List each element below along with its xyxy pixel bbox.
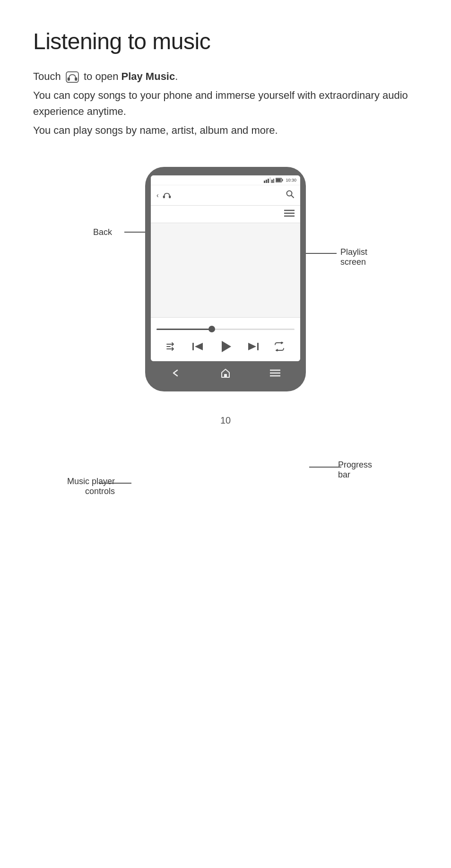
- svg-rect-12: [163, 196, 165, 199]
- svg-rect-0: [66, 72, 78, 82]
- svg-rect-25: [224, 374, 227, 377]
- progress-track: [156, 329, 295, 330]
- playlist-label: Playlist screen: [340, 247, 367, 267]
- to-open-text: to open: [84, 70, 118, 82]
- nav-back-icon: [171, 368, 181, 378]
- signal-icon: [264, 177, 274, 183]
- repeat-button[interactable]: [274, 342, 285, 351]
- page-number: 10: [33, 415, 418, 426]
- hamburger-icon: [284, 209, 295, 217]
- back-label: Back: [93, 227, 112, 237]
- svg-rect-1: [68, 78, 70, 81]
- next-button[interactable]: [248, 342, 259, 351]
- nav-bar: [151, 362, 300, 383]
- search-icon: [286, 190, 295, 199]
- svg-rect-11: [276, 179, 281, 182]
- album-art-area: [151, 223, 300, 318]
- svg-marker-24: [248, 343, 256, 350]
- player-buttons: [156, 339, 295, 354]
- period: .: [175, 70, 178, 82]
- time-display: 10:30: [286, 178, 296, 182]
- nav-back-button[interactable]: [171, 368, 181, 378]
- svg-rect-10: [282, 179, 283, 181]
- sub-toolbar[interactable]: [151, 206, 300, 223]
- nav-home-button[interactable]: [220, 368, 231, 378]
- battery-icon: [276, 178, 283, 182]
- controls-connector-line: [99, 483, 131, 484]
- svg-rect-4: [266, 180, 267, 183]
- repeat-icon: [274, 342, 285, 351]
- next-icon: [248, 342, 259, 351]
- description-line2: You can copy songs to your phone and imm…: [33, 87, 418, 120]
- page-title: Listening to music: [33, 28, 418, 54]
- phone-screen: 10:30 ‹: [151, 175, 300, 361]
- svg-rect-13: [169, 196, 171, 199]
- nav-menu-icon: [270, 369, 280, 377]
- svg-rect-6: [269, 177, 271, 183]
- headphone-icon: [66, 71, 79, 83]
- controls-area: [151, 318, 300, 361]
- svg-marker-21: [195, 343, 203, 350]
- status-icons: 10:30: [264, 177, 296, 183]
- phone-shell: 10:30 ‹: [145, 167, 306, 391]
- search-button[interactable]: [286, 190, 295, 200]
- app-name-text: Play Music: [121, 70, 175, 82]
- nav-home-icon: [220, 368, 231, 378]
- svg-rect-5: [268, 179, 269, 183]
- svg-rect-2: [75, 78, 77, 81]
- progress-thumb[interactable]: [208, 326, 215, 332]
- status-bar: 10:30: [151, 175, 300, 185]
- back-chevron[interactable]: ‹: [156, 191, 159, 199]
- progress-connector-line: [309, 467, 341, 468]
- playlist-connector-line: [304, 253, 337, 254]
- description-line1: Touch to open Play Music.: [33, 69, 418, 85]
- nav-menu-button[interactable]: [270, 369, 280, 377]
- app-headphone-icon: [162, 191, 172, 200]
- play-icon: [218, 339, 233, 354]
- svg-rect-8: [273, 179, 274, 183]
- touch-text: Touch: [33, 70, 61, 82]
- progress-label: Progress bar: [338, 460, 372, 480]
- svg-rect-7: [271, 180, 273, 183]
- svg-rect-23: [257, 343, 259, 350]
- hamburger-menu-button[interactable]: [284, 209, 295, 219]
- svg-rect-3: [264, 181, 265, 183]
- previous-icon: [192, 342, 203, 351]
- progress-bar-container[interactable]: [156, 324, 295, 334]
- controls-label: Music player controls: [67, 477, 115, 496]
- app-bar-left: ‹: [156, 191, 172, 200]
- svg-line-15: [291, 195, 294, 198]
- progress-fill: [156, 329, 212, 330]
- app-bar[interactable]: ‹: [151, 185, 300, 206]
- shuffle-button[interactable]: [166, 342, 177, 351]
- svg-rect-20: [192, 343, 194, 350]
- shuffle-icon: [166, 342, 177, 351]
- play-button[interactable]: [218, 339, 233, 354]
- previous-button[interactable]: [192, 342, 203, 351]
- diagram-area: Back Playlist screen Progress bar Music …: [33, 167, 418, 391]
- description-line3: You can play songs by name, artist, albu…: [33, 122, 418, 139]
- diagram-outer: Back Playlist screen Progress bar Music …: [145, 167, 306, 391]
- svg-marker-22: [222, 341, 231, 352]
